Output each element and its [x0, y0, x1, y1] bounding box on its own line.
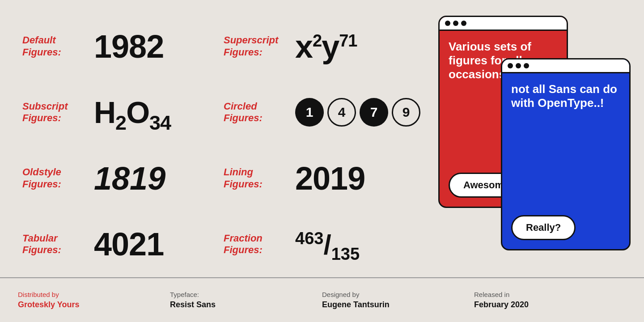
- phone-blue-text: not all Sans can do with OpenType..!: [511, 82, 620, 110]
- lining-figures-item: LiningFigures: 2019: [219, 145, 429, 212]
- subscript-figures-value: H2O34: [94, 97, 171, 127]
- phone-blue-body: not all Sans can do with OpenType..! Rea…: [502, 73, 629, 249]
- distributed-value: Groteskly Yours: [18, 300, 170, 309]
- oldstyle-figures-item: OldstyleFigures: 1819: [18, 145, 219, 212]
- typeface-value: Resist Sans: [170, 300, 322, 309]
- fraction-figures-value: 463/135: [295, 229, 360, 260]
- phone-blue: not all Sans can do with OpenType..! Rea…: [501, 58, 631, 250]
- oldstyle-figures-label: OldstyleFigures:: [22, 166, 85, 190]
- superscript-2: 2: [313, 31, 322, 50]
- tabular-figures-label: TabularFigures:: [22, 233, 85, 256]
- dot-2: [453, 21, 458, 26]
- footer-released: Released in February 2020: [474, 291, 626, 309]
- designed-label: Designed by: [322, 291, 474, 298]
- subscript-figures-item: SubscriptFigures: H2O34: [18, 80, 219, 146]
- tabular-figures-item: TabularFigures: 4021: [18, 212, 219, 278]
- designed-value: Eugene Tantsurin: [322, 300, 474, 309]
- released-value: February 2020: [474, 300, 626, 309]
- footer-typeface: Typeface: Resist Sans: [170, 291, 322, 309]
- default-figures-item: DefaultFigures: 1982: [18, 13, 219, 80]
- figures-grid: DefaultFigures: 1982 SuperscriptFigures:…: [18, 9, 429, 277]
- fraction-numerator: 463: [295, 229, 323, 248]
- circled-figures-label: CircledFigures:: [224, 101, 286, 124]
- footer: Distributed by Groteskly Yours Typeface:…: [0, 277, 644, 322]
- circle-1: 1: [295, 98, 324, 127]
- superscript-71: 71: [339, 31, 357, 50]
- main-content: DefaultFigures: 1982 SuperscriptFigures:…: [0, 0, 644, 277]
- circle-4: 4: [327, 98, 356, 127]
- superscript-figures-label: SuperscriptFigures:: [224, 34, 286, 58]
- fraction-figures-item: FractionFigures: 463/135: [219, 212, 429, 278]
- blue-dot-3: [524, 63, 529, 68]
- footer-distributed: Distributed by Groteskly Yours: [18, 291, 170, 309]
- circle-9: 9: [392, 98, 420, 127]
- fraction-denominator: 135: [331, 245, 360, 263]
- fraction-slash: /: [323, 229, 331, 260]
- released-label: Released in: [474, 291, 626, 298]
- circle-7: 7: [360, 98, 388, 127]
- tabular-figures-value: 4021: [94, 228, 164, 260]
- illustration: Various sets of figures for all occasion…: [429, 9, 626, 277]
- phone-blue-header: [502, 59, 629, 73]
- typeface-label: Typeface:: [170, 291, 322, 298]
- circled-figures-item: CircledFigures: 1 4 7 9: [219, 80, 429, 146]
- blue-dot-2: [516, 63, 521, 68]
- blue-dot-1: [508, 63, 513, 68]
- phone-red-header: [440, 17, 567, 31]
- circled-figures-value: 1 4 7 9: [295, 98, 420, 127]
- phone-blue-button[interactable]: Really?: [511, 215, 576, 240]
- distributed-label: Distributed by: [18, 291, 170, 298]
- subscript-figures-label: SubscriptFigures:: [22, 101, 85, 124]
- default-figures-label: DefaultFigures:: [22, 34, 85, 58]
- superscript-figures-value: x2y71: [295, 30, 357, 63]
- subscript-2: 2: [115, 111, 126, 134]
- oldstyle-figures-value: 1819: [94, 160, 165, 197]
- fraction-figures-label: FractionFigures:: [224, 233, 286, 256]
- superscript-figures-item: SuperscriptFigures: x2y71: [219, 13, 429, 80]
- dot-3: [461, 21, 466, 26]
- footer-designed: Designed by Eugene Tantsurin: [322, 291, 474, 309]
- subscript-34: 34: [149, 111, 171, 134]
- dot-1: [445, 21, 450, 26]
- lining-figures-label: LiningFigures:: [224, 166, 286, 190]
- default-figures-value: 1982: [94, 30, 164, 63]
- lining-figures-value: 2019: [295, 162, 365, 195]
